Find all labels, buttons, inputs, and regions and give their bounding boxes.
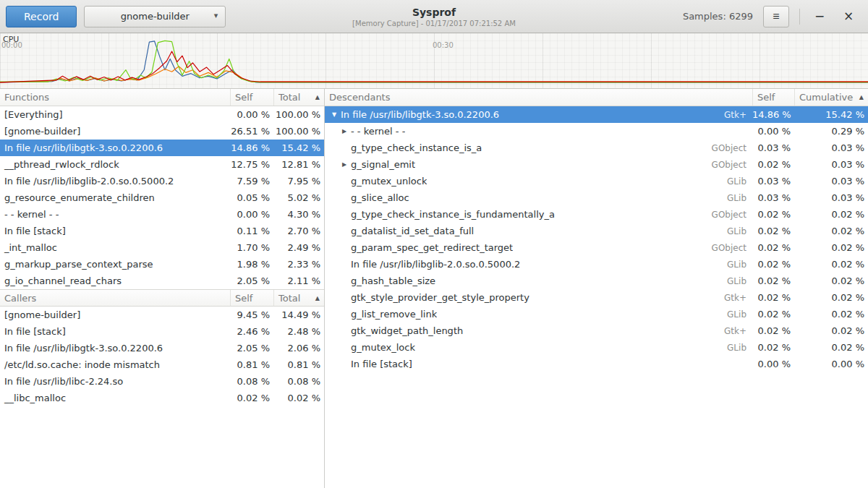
self-value: 0.02 % <box>752 342 794 353</box>
descendant-name-cell: In file [stack] <box>325 359 752 369</box>
tree-row[interactable]: In file /usr/lib/libglib-2.0.so.0.5000.2… <box>325 256 868 273</box>
self-value: 0.00 % <box>752 126 794 137</box>
expand-icon[interactable]: ▶ <box>339 128 349 134</box>
self-value: 14.86 % <box>230 142 273 153</box>
column-header-self[interactable]: Self <box>752 89 794 106</box>
table-row[interactable]: In file /usr/lib/libc-2.24.so0.08 %0.08 … <box>0 373 324 390</box>
table-row[interactable]: __libc_malloc0.02 %0.02 % <box>0 390 324 406</box>
library-category: GLib <box>718 309 752 320</box>
function-name: g_mutex_unlock <box>351 176 427 187</box>
column-header-callers[interactable]: Callers <box>0 290 230 306</box>
column-header-total[interactable]: Total ▲ <box>273 89 324 106</box>
self-value: 0.00 % <box>230 209 273 220</box>
descendant-name-cell: gtk_widget_path_lengthGtk+ <box>325 325 752 336</box>
function-name: [gnome-builder] <box>0 126 230 137</box>
self-value: 7.59 % <box>230 176 273 187</box>
descendant-name-cell: ▶g_signal_emitGObject <box>325 159 752 170</box>
descendant-name-cell: g_list_remove_linkGLib <box>325 309 752 320</box>
descendant-name-cell: g_mutex_unlockGLib <box>325 176 752 187</box>
function-name: In file /usr/lib/libgtk-3.so.0.2200.6 <box>341 109 499 120</box>
tree-row[interactable]: g_datalist_id_set_data_fullGLib0.02 %0.0… <box>325 223 868 239</box>
collapse-icon[interactable]: ▼ <box>329 111 339 118</box>
sort-arrow-icon: ▲ <box>312 94 320 100</box>
cumulative-value: 0.03 % <box>794 142 868 153</box>
tree-row[interactable]: g_mutex_lockGLib0.02 %0.02 % <box>325 339 868 356</box>
self-value: 12.75 % <box>230 159 273 170</box>
total-value: 2.70 % <box>273 226 324 236</box>
process-selector-value: gnome-builder <box>121 11 190 22</box>
descendants-table-body: ▼In file /usr/lib/libgtk-3.so.0.2200.6Gt… <box>325 106 868 372</box>
close-button[interactable]: × <box>839 7 858 26</box>
column-header-self[interactable]: Self <box>230 89 273 106</box>
function-name: g_type_check_instance_is_fundamentally_a <box>351 209 555 220</box>
column-header-functions[interactable]: Functions <box>0 89 230 106</box>
table-row[interactable]: In file /usr/lib/libglib-2.0.so.0.5000.2… <box>0 173 324 189</box>
column-header-self[interactable]: Self <box>230 290 273 306</box>
callers-table-header: Callers Self Total ▲ <box>0 289 324 307</box>
menu-button[interactable]: ≡ <box>763 6 789 27</box>
function-name: g_param_spec_get_redirect_target <box>351 242 513 253</box>
table-row[interactable]: g_resource_enumerate_children0.05 %5.02 … <box>0 189 324 206</box>
function-name: g_signal_emit <box>351 159 415 170</box>
tree-row[interactable]: gtk_widget_path_lengthGtk+0.02 %0.02 % <box>325 322 868 339</box>
function-name: g_datalist_id_set_data_full <box>351 226 474 236</box>
total-value: 100.00 % <box>273 126 324 137</box>
library-category: GLib <box>718 193 752 203</box>
header-separator <box>799 9 800 25</box>
tree-row[interactable]: g_type_check_instance_is_fundamentally_a… <box>325 206 868 223</box>
samples-count: Samples: 6299 <box>683 11 753 22</box>
table-row[interactable]: __pthread_rwlock_rdlock12.75 %12.81 % <box>0 156 324 173</box>
cumulative-value: 0.03 % <box>794 176 868 187</box>
library-category: GLib <box>718 343 752 353</box>
tree-row[interactable]: ▶g_signal_emitGObject0.02 %0.03 % <box>325 156 868 173</box>
total-value: 2.11 % <box>273 275 324 286</box>
table-row[interactable]: [gnome-builder]9.45 %14.49 % <box>0 307 324 323</box>
tree-row[interactable]: g_list_remove_linkGLib0.02 %0.02 % <box>325 306 868 322</box>
tree-row[interactable]: g_hash_table_sizeGLib0.02 %0.02 % <box>325 273 868 289</box>
minimize-button[interactable]: − <box>810 7 829 26</box>
sysprof-window: Record gnome-builder ▾ Sysprof [Memory C… <box>0 0 868 488</box>
time-label-mid: 00:30 <box>433 41 454 49</box>
table-row[interactable]: _int_malloc1.70 %2.49 % <box>0 239 324 256</box>
self-value: 0.02 % <box>752 275 794 286</box>
table-row[interactable]: - - kernel - -0.00 %4.30 % <box>0 206 324 223</box>
tree-row[interactable]: ▶- - kernel - -0.00 %0.29 % <box>325 123 868 140</box>
tree-row[interactable]: g_slice_allocGLib0.03 %0.03 % <box>325 189 868 206</box>
tree-row[interactable]: g_param_spec_get_redirect_targetGObject0… <box>325 239 868 256</box>
library-category: GLib <box>718 226 752 236</box>
tree-row[interactable]: ▼In file /usr/lib/libgtk-3.so.0.2200.6Gt… <box>325 106 868 123</box>
table-row[interactable]: /etc/ld.so.cache: inode mismatch0.81 %0.… <box>0 356 324 373</box>
process-selector[interactable]: gnome-builder ▾ <box>84 6 226 27</box>
function-name: g_markup_parse_context_parse <box>0 259 230 270</box>
table-row[interactable]: In file [stack]0.11 %2.70 % <box>0 223 324 239</box>
table-row[interactable]: In file /usr/lib/libgtk-3.so.0.2200.62.0… <box>0 340 324 356</box>
table-row[interactable]: [Everything]0.00 %100.00 % <box>0 106 324 123</box>
left-pane: Functions Self Total ▲ [Everything]0.00 … <box>0 89 325 488</box>
cumulative-value: 0.02 % <box>794 226 868 236</box>
function-name: __pthread_rwlock_rdlock <box>0 159 230 170</box>
table-row[interactable]: In file [stack]2.46 %2.48 % <box>0 323 324 340</box>
dropdown-arrow-icon: ▾ <box>214 11 218 20</box>
table-row[interactable]: [gnome-builder]26.51 %100.00 % <box>0 123 324 140</box>
table-row[interactable]: g_io_channel_read_chars2.05 %2.11 % <box>0 273 324 289</box>
cpu-graph[interactable]: CPU 00:00 00:30 <box>0 33 868 89</box>
self-value: 0.03 % <box>752 176 794 187</box>
descendant-name-cell: g_type_check_instance_is_fundamentally_a… <box>325 209 752 220</box>
table-row[interactable]: In file /usr/lib/libgtk-3.so.0.2200.614.… <box>0 140 324 156</box>
tree-row[interactable]: In file [stack]0.00 %0.00 % <box>325 356 868 372</box>
tree-row[interactable]: gtk_style_provider_get_style_propertyGtk… <box>325 289 868 306</box>
capture-subtitle: [Memory Capture] - 01/17/2017 07:21:52 A… <box>352 19 516 27</box>
column-header-total[interactable]: Total ▲ <box>273 290 324 306</box>
column-header-descendants[interactable]: Descendants <box>325 89 752 106</box>
table-row[interactable]: g_markup_parse_context_parse1.98 %2.33 % <box>0 256 324 273</box>
functions-table-body: [Everything]0.00 %100.00 %[gnome-builder… <box>0 106 324 289</box>
self-value: 0.02 % <box>752 325 794 336</box>
tree-row[interactable]: g_mutex_unlockGLib0.03 %0.03 % <box>325 173 868 189</box>
tree-row[interactable]: g_type_check_instance_is_aGObject0.03 %0… <box>325 140 868 156</box>
column-header-cumulative[interactable]: Cumulative ▲ <box>794 89 868 106</box>
descendant-name-cell: g_param_spec_get_redirect_targetGObject <box>325 242 752 253</box>
function-name: gtk_widget_path_length <box>351 325 463 336</box>
expand-icon[interactable]: ▶ <box>339 161 349 168</box>
record-button[interactable]: Record <box>6 6 77 27</box>
column-header-total-label: Total <box>278 92 300 103</box>
